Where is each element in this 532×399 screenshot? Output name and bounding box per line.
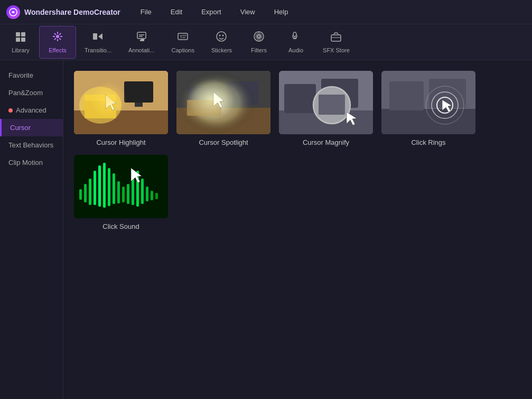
effect-thumbnail-cursor-spotlight xyxy=(176,71,270,134)
toolbar-audio[interactable]: Audio xyxy=(277,26,314,59)
app-logo: Wondershare DemoCreator xyxy=(6,5,120,19)
app-name: Wondershare DemoCreator xyxy=(24,8,120,16)
svg-rect-52 xyxy=(284,84,316,113)
sidebar-item-text-behaviors[interactable]: Text Behaviors xyxy=(0,136,63,154)
svg-point-25 xyxy=(219,35,221,36)
toolbar-library-label: Library xyxy=(12,47,30,53)
toolbar-annotations[interactable]: Annotati... xyxy=(120,26,163,59)
effect-label-cursor-magnify: Cursor Magnify xyxy=(279,138,373,146)
sidebar-item-pan-zoom[interactable]: Pan&Zoom xyxy=(0,84,63,101)
svg-line-13 xyxy=(54,38,56,40)
svg-line-11 xyxy=(59,38,61,40)
svg-rect-56 xyxy=(319,95,345,115)
toolbar-stickers[interactable]: Stickers xyxy=(203,26,240,59)
advanced-dot-icon xyxy=(8,108,13,113)
effect-thumbnail-click-sound xyxy=(74,155,168,218)
menu-bar: Wondershare DemoCreator File Edit Export… xyxy=(0,0,532,24)
svg-rect-32 xyxy=(331,35,341,41)
effect-card-cursor-spotlight[interactable]: Cursor Spotlight xyxy=(176,71,270,146)
svg-rect-45 xyxy=(187,87,221,110)
svg-rect-77 xyxy=(122,187,125,202)
menu-edit[interactable]: Edit xyxy=(167,6,185,18)
sidebar-item-favorite[interactable]: Favorite xyxy=(0,67,63,84)
sidebar-item-advanced[interactable]: Advanced xyxy=(0,101,63,119)
toolbar-transitions-label: Transitio... xyxy=(85,47,111,53)
effect-label-click-sound: Click Sound xyxy=(74,222,168,230)
sidebar-item-advanced-label: Advanced xyxy=(16,106,46,114)
effect-label-click-rings: Click Rings xyxy=(381,138,475,146)
effect-thumbnail-click-rings xyxy=(381,71,475,134)
svg-point-24 xyxy=(217,32,226,41)
svg-rect-83 xyxy=(151,191,153,200)
main-layout: Favorite Pan&Zoom Advanced Cursor Text B… xyxy=(0,60,532,399)
toolbar-filters[interactable]: Filters xyxy=(240,26,277,59)
svg-rect-2 xyxy=(21,32,25,36)
svg-point-47 xyxy=(176,71,256,134)
sidebar-item-clip-motion[interactable]: Clip Motion xyxy=(0,154,63,171)
effect-card-click-rings[interactable]: Click Rings xyxy=(381,71,475,146)
audio-icon xyxy=(290,31,302,45)
filters-icon xyxy=(253,31,265,45)
toolbar-library[interactable]: Library xyxy=(2,26,39,59)
svg-rect-78 xyxy=(127,184,129,204)
toolbar-annotations-label: Annotati... xyxy=(128,47,155,53)
annotations-icon xyxy=(136,31,147,45)
effect-card-click-sound[interactable]: Click Sound xyxy=(74,155,168,230)
stickers-icon xyxy=(216,31,227,45)
menu-file[interactable]: File xyxy=(137,6,155,18)
svg-rect-76 xyxy=(117,181,120,203)
toolbar-sfx-store-label: SFX Store xyxy=(323,47,350,53)
sidebar: Favorite Pan&Zoom Advanced Cursor Text B… xyxy=(0,60,63,399)
svg-marker-42 xyxy=(106,95,116,110)
svg-rect-1 xyxy=(16,32,20,36)
toolbar-audio-label: Audio xyxy=(288,47,303,53)
effect-card-cursor-highlight[interactable]: Cursor Highlight xyxy=(74,71,168,146)
svg-point-41 xyxy=(79,87,122,124)
effect-label-cursor-highlight: Cursor Highlight xyxy=(74,138,168,146)
toolbar: Library Effects Transitio... xyxy=(0,24,532,60)
svg-rect-68 xyxy=(79,189,82,200)
svg-point-29 xyxy=(293,32,296,36)
svg-line-12 xyxy=(59,33,61,35)
svg-marker-15 xyxy=(98,33,102,40)
svg-rect-82 xyxy=(146,187,148,201)
effect-thumbnail-cursor-magnify xyxy=(279,71,373,134)
menu-view[interactable]: View xyxy=(237,6,258,18)
svg-rect-61 xyxy=(389,81,424,110)
sidebar-item-cursor-label: Cursor xyxy=(10,124,31,132)
svg-rect-67 xyxy=(74,155,168,218)
svg-rect-38 xyxy=(135,103,143,107)
toolbar-captions-label: Captions xyxy=(172,47,194,53)
toolbar-transitions[interactable]: Transitio... xyxy=(76,26,120,59)
svg-rect-3 xyxy=(16,38,20,42)
effect-card-cursor-magnify[interactable]: Cursor Magnify xyxy=(279,71,373,146)
svg-rect-4 xyxy=(21,38,25,42)
svg-rect-74 xyxy=(108,168,110,206)
toolbar-sfx-store[interactable]: SFX Store xyxy=(314,26,358,59)
toolbar-effects[interactable]: Effects xyxy=(39,26,76,59)
transitions-icon xyxy=(92,31,104,45)
toolbar-stickers-label: Stickers xyxy=(211,47,232,53)
menu-help[interactable]: Help xyxy=(271,6,292,18)
captions-icon: T xyxy=(177,31,189,45)
svg-rect-69 xyxy=(84,184,87,202)
content-area: Cursor Highlight xyxy=(63,60,532,399)
sidebar-item-cursor[interactable]: Cursor xyxy=(0,119,63,136)
svg-rect-73 xyxy=(103,163,106,208)
svg-point-26 xyxy=(222,35,224,36)
svg-rect-14 xyxy=(93,33,97,40)
svg-rect-72 xyxy=(98,165,101,207)
effects-grid: Cursor Highlight xyxy=(74,71,521,230)
sidebar-item-favorite-label: Favorite xyxy=(8,71,33,79)
menu-export[interactable]: Export xyxy=(198,6,225,18)
effect-thumbnail-cursor-highlight xyxy=(74,71,168,134)
effect-label-cursor-spotlight: Cursor Spotlight xyxy=(176,138,270,146)
toolbar-filters-label: Filters xyxy=(251,47,267,53)
svg-line-10 xyxy=(54,33,56,35)
toolbar-captions[interactable]: T Captions xyxy=(163,26,203,59)
svg-rect-71 xyxy=(94,171,96,205)
app-logo-icon xyxy=(6,5,20,19)
svg-rect-81 xyxy=(141,179,144,204)
svg-point-5 xyxy=(56,35,59,38)
svg-rect-75 xyxy=(113,173,115,204)
